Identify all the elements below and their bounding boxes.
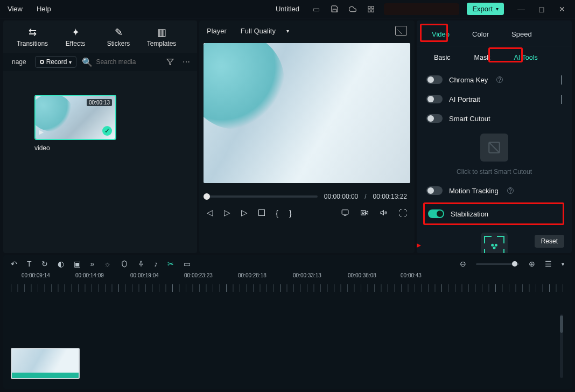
save-icon[interactable] [329,4,340,15]
list-view-icon[interactable]: ☰ [545,260,552,268]
more-tools-icon[interactable]: » [90,260,95,268]
quality-dropdown[interactable]: Full Quality ▾ [241,27,289,35]
export-button[interactable]: Export ▾ [467,3,504,15]
player-label: Player [207,27,227,35]
timeline-tracks[interactable] [11,295,564,383]
snapshot-icon[interactable] [395,26,407,36]
help-icon[interactable]: ? [496,76,503,83]
preview-viewport[interactable] [204,43,410,183]
menu-view[interactable]: View [8,5,23,13]
camera-icon[interactable] [360,209,369,216]
text-icon[interactable]: T [27,260,32,268]
row-ai-portrait[interactable]: AI Portrait [422,89,566,109]
arrow-annotation [417,239,421,252]
ruler-label: 00:00:33:13 [293,272,321,278]
help-icon[interactable]: ? [507,187,514,194]
ruler-label: 00:00:23:23 [184,272,213,278]
highlight-stabilization: Stabilization [423,202,564,225]
palette-icon[interactable]: ◐ [58,260,64,268]
tab-speed[interactable]: Speed [509,27,534,41]
prev-frame-icon[interactable]: ◁ [207,208,213,218]
effects-label: Effects [66,40,85,47]
display-icon[interactable] [341,209,349,216]
seek-bar[interactable] [207,195,318,198]
smartcutout-hint: Click to start Smart Cutout [457,168,532,176]
ruler-label: 00:00:19:04 [130,272,159,278]
ruler-label: 00:00:14:09 [75,272,104,278]
window-restore-icon[interactable]: ◻ [536,4,547,15]
zoom-out-icon[interactable]: ⊖ [460,260,466,268]
svg-marker-8 [381,211,383,215]
svg-rect-2 [368,10,370,12]
music-icon[interactable]: ♪ [154,260,158,268]
record-button[interactable]: Record ▾ [35,56,77,68]
track-clip[interactable] [11,348,80,379]
cloud-icon[interactable] [347,4,358,15]
sun-icon[interactable]: ☼ [104,260,111,268]
svg-marker-12 [417,240,421,251]
apps-icon[interactable] [366,4,376,15]
svg-point-13 [491,244,494,247]
tab-stickers[interactable]: ✎ Stickers [97,24,140,53]
zoom-slider[interactable] [476,263,519,265]
zoom-in-icon[interactable]: ⊕ [529,260,535,268]
svg-rect-0 [368,6,370,8]
marker-in-icon[interactable]: { [276,208,278,218]
crop-icon[interactable]: ▣ [74,260,81,268]
toggle-smartcutout[interactable] [426,114,443,123]
track-clip-thumb [12,349,79,373]
toggle-stabilization[interactable] [428,209,444,218]
smartcutout-launch[interactable]: Click to start Smart Cutout [426,134,562,176]
search-input[interactable] [96,58,159,66]
highlight-aitools-subtab [488,47,523,62]
tab-effects[interactable]: ✦ Effects [54,24,97,53]
window-minimize-icon[interactable]: — [516,4,527,15]
svg-point-7 [362,212,364,214]
chevron-down-icon: ▾ [286,28,289,34]
row-smart-cutout[interactable]: Smart Cutout [422,109,566,128]
marker-icon[interactable] [121,260,128,268]
media-panel: ⇆ Transitions ✦ Effects ✎ Stickers ▥ Tem… [3,20,197,253]
tab-templates[interactable]: ▥ Templates [140,24,183,53]
account-pill[interactable] [384,3,459,15]
volume-icon[interactable] [380,209,388,216]
svg-rect-1 [372,6,374,8]
undo-icon[interactable]: ↶ [11,260,17,268]
row-chroma-key[interactable]: Chroma Key ? [422,70,566,89]
row-stabilization[interactable]: Stabilization [425,204,563,223]
time-separator: / [364,193,366,200]
menu-help[interactable]: Help [37,5,51,13]
filter-icon[interactable] [165,57,176,67]
history-icon[interactable]: ↻ [41,260,48,268]
keyframe-icon[interactable] [561,95,562,104]
toggle-aiportrait[interactable] [426,95,443,103]
row-motion-tracking[interactable]: Motion Tracking ? [422,181,566,200]
play-next-icon[interactable]: ▷ [241,208,248,218]
mic-icon[interactable] [138,260,144,268]
marker-out-icon[interactable]: } [289,208,292,218]
tab-transitions[interactable]: ⇆ Transitions [11,24,54,53]
more-icon[interactable]: ⋯ [181,57,192,67]
tab-color[interactable]: Color [470,27,491,41]
track-clip-audio [12,373,79,379]
split-icon[interactable]: ✂ [167,260,174,268]
fullscreen-icon[interactable]: ⛶ [399,208,407,218]
reset-button[interactable]: Reset [535,235,564,248]
toggle-motion[interactable] [426,186,443,195]
window-close-icon[interactable]: ✕ [557,4,567,15]
play-icon[interactable]: ▷ [224,208,230,218]
aspect-icon[interactable]: ▭ [184,260,191,268]
stop-icon[interactable] [258,209,265,216]
chevron-down-icon[interactable]: ▾ [562,261,564,267]
vertical-scrollbar[interactable] [560,314,563,378]
search-icon: 🔍 [82,57,93,67]
clip-thumb[interactable]: 00:00:13 ▶ ✓ [34,95,116,140]
timeline-ruler[interactable]: 00:00:09:14 00:00:14:09 00:00:19:04 00:0… [11,272,564,292]
keyframe-icon[interactable] [561,75,562,85]
svg-point-15 [493,247,496,249]
subtab-basic[interactable]: Basic [431,52,454,64]
stickers-label: Stickers [107,40,130,47]
toggle-chroma[interactable] [426,75,443,84]
screen-icon[interactable]: ▭ [311,4,321,15]
current-time: 00:00:00:00 [324,193,358,200]
